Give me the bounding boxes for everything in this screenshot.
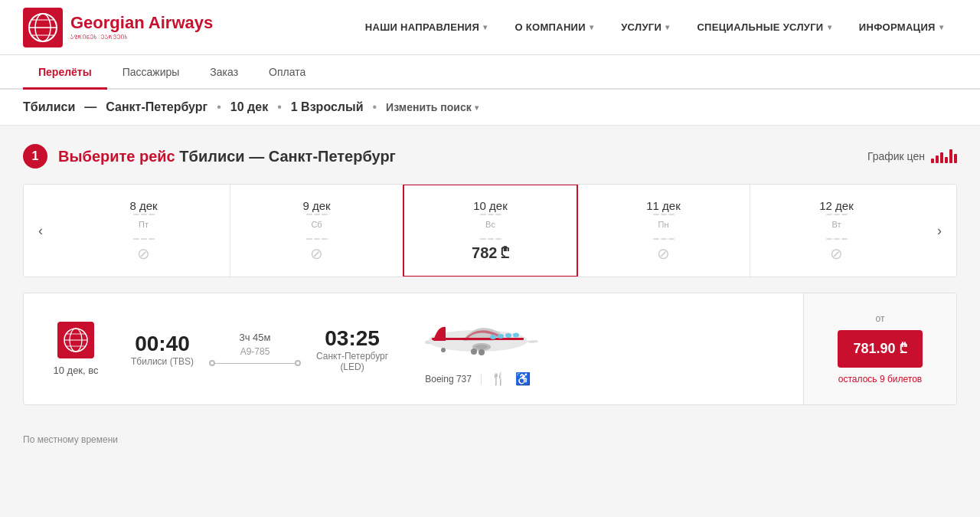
brand-subtitle: ᲐᲤᲠᲘᲜᲔᲡ ᲔᲐᲠᲕᲔᲘᲡ	[70, 33, 213, 41]
flight-main-info: 10 дек, вс 00:40 Тбилиси (TBS) 3ч 45м A9…	[24, 293, 803, 404]
plane-image	[416, 312, 539, 365]
search-info-bar: Тбилиси — Санкт-Петербург • 10 дек • 1 В…	[0, 90, 980, 126]
chevron-down-icon: ▾	[665, 23, 669, 31]
section-header: 1 Выберите рейс Тбилиси — Санкт-Петербур…	[23, 144, 957, 169]
airline-logo-icon	[57, 322, 94, 358]
svg-point-22	[441, 348, 446, 352]
tab-payment[interactable]: Оплата	[253, 55, 321, 90]
svg-rect-13	[432, 338, 524, 340]
section-title: Выберите рейс Тбилиси — Санкт-Петербург	[58, 148, 396, 165]
currency-symbol: ₾	[900, 341, 907, 357]
departure-block: 00:40 Тбилиси (TBS)	[131, 332, 194, 367]
step-badge: 1	[23, 144, 47, 169]
chevron-down-icon: ▾	[939, 23, 943, 31]
flight-times: 00:40 Тбилиси (TBS) 3ч 45м A9-785 03:25 …	[131, 326, 388, 372]
search-date: 10 дек	[230, 100, 268, 114]
logo-area[interactable]: Georgian Airways ᲐᲤᲠᲘᲜᲔᲡ ᲔᲐᲠᲕᲔᲘᲡ	[23, 8, 213, 47]
tickets-remaining: осталось 9 билетов	[838, 374, 922, 384]
divider	[481, 374, 482, 384]
date-cell-0[interactable]: 8 дек Пт ⊘	[57, 185, 230, 276]
plane-info: Boeing 737 🍴 ♿	[425, 371, 531, 386]
date-carousel: ‹ 8 дек Пт ⊘ 9 дек Сб	[23, 184, 957, 277]
chevron-down-icon: ▾	[475, 103, 479, 112]
separator-dot-2: •	[277, 100, 282, 114]
price-chart-button[interactable]: График цен	[867, 149, 957, 163]
main-content: 1 Выберите рейс Тбилиси — Санкт-Петербур…	[0, 126, 980, 424]
chevron-down-icon: ▾	[483, 23, 487, 31]
chevron-down-icon: ▾	[590, 23, 593, 31]
date-cell-3[interactable]: 11 дек Пн ⊘	[577, 185, 750, 276]
tab-passengers[interactable]: Пассажиры	[107, 55, 195, 90]
nav-item-about[interactable]: О КОМПАНИИ ▾	[501, 0, 607, 55]
tab-flights[interactable]: Перелёты	[23, 55, 107, 90]
airline-logo-area: 10 дек, вс	[45, 322, 106, 376]
nav-item-special-services[interactable]: СПЕЦИАЛЬНЫЕ УСЛУГИ ▾	[683, 0, 844, 55]
svg-point-21	[479, 349, 485, 355]
header: Georgian Airways ᲐᲤᲠᲘᲜᲔᲡ ᲔᲐᲠᲕᲔᲘᲡ НАШИ НА…	[0, 0, 980, 55]
svg-point-14	[490, 335, 496, 339]
carousel-prev-button[interactable]: ‹	[24, 185, 57, 276]
select-flight-text: Выберите рейс	[58, 148, 175, 165]
brand-name: Georgian Airways	[70, 14, 213, 32]
date-cell-1[interactable]: 9 дек Сб ⊘	[230, 185, 403, 276]
flight-result-card: 10 дек, вс 00:40 Тбилиси (TBS) 3ч 45м A9…	[23, 293, 957, 405]
svg-point-20	[471, 348, 477, 355]
date-cell-4[interactable]: 12 дек Вт ⊘	[750, 185, 923, 276]
search-arrow: —	[84, 100, 96, 114]
departure-time: 00:40	[131, 332, 194, 356]
accessibility-icon: ♿	[515, 371, 531, 386]
meal-icon: 🍴	[491, 371, 506, 386]
chevron-down-icon: ▾	[828, 23, 831, 31]
arrival-airport: Санкт-Петербург (LED)	[316, 351, 388, 372]
flight-date: 10 дек, вс	[53, 365, 98, 376]
duration-block: 3ч 45м A9-785	[209, 332, 301, 366]
duration-line	[209, 360, 301, 366]
flight-number: A9-785	[240, 346, 270, 357]
nav-item-destinations[interactable]: НАШИ НАПРАВЛЕНИЯ ▾	[351, 0, 501, 55]
plane-area: Boeing 737 🍴 ♿	[413, 312, 543, 386]
from-label: от	[876, 313, 885, 324]
main-nav: НАШИ НАПРАВЛЕНИЯ ▾ О КОМПАНИИ ▾ УСЛУГИ ▾…	[259, 0, 957, 55]
search-destination: Санкт-Петербург	[106, 100, 207, 114]
nav-item-services[interactable]: УСЛУГИ ▾	[607, 0, 683, 55]
section-route-text: Тбилиси — Санкт-Петербург	[179, 148, 396, 165]
svg-point-19	[475, 345, 488, 349]
date-cell-2-active[interactable]: 10 дек Вс 782 ₾	[403, 184, 578, 277]
select-price-button[interactable]: 781.90 ₾	[838, 330, 922, 368]
footer-note: По местному времени	[0, 424, 980, 456]
logo-text: Georgian Airways ᲐᲤᲠᲘᲜᲔᲡ ᲔᲐᲠᲕᲔᲘᲡ	[70, 14, 213, 40]
search-origin: Тбилиси	[23, 100, 75, 114]
nav-item-info[interactable]: ИНФОРМАЦИЯ ▾	[845, 0, 957, 55]
arrival-block: 03:25 Санкт-Петербург (LED)	[316, 326, 388, 372]
carousel-next-button[interactable]: ›	[923, 185, 956, 276]
separator-dot-1: •	[217, 100, 221, 114]
departure-airport: Тбилиси (TBS)	[131, 356, 194, 367]
svg-point-17	[513, 333, 519, 338]
tab-order[interactable]: Заказ	[194, 55, 253, 90]
price-panel: от 781.90 ₾ осталось 9 билетов	[803, 293, 956, 404]
chart-icon	[931, 149, 957, 163]
change-search-button[interactable]: Изменить поиск ▾	[386, 101, 479, 113]
section-left: 1 Выберите рейс Тбилиси — Санкт-Петербур…	[23, 144, 396, 169]
booking-tabs: Перелёты Пассажиры Заказ Оплата	[0, 55, 980, 90]
logo-icon	[23, 8, 63, 47]
separator-dot-3: •	[373, 100, 377, 114]
aircraft-type: Boeing 737	[425, 374, 472, 384]
svg-point-15	[498, 334, 504, 339]
duration-label: 3ч 45м	[239, 332, 270, 343]
arrival-time: 03:25	[316, 326, 388, 351]
search-passengers: 1 Взрослый	[291, 100, 364, 114]
date-cells: 8 дек Пт ⊘ 9 дек Сб ⊘	[57, 185, 923, 276]
svg-point-16	[505, 333, 511, 338]
